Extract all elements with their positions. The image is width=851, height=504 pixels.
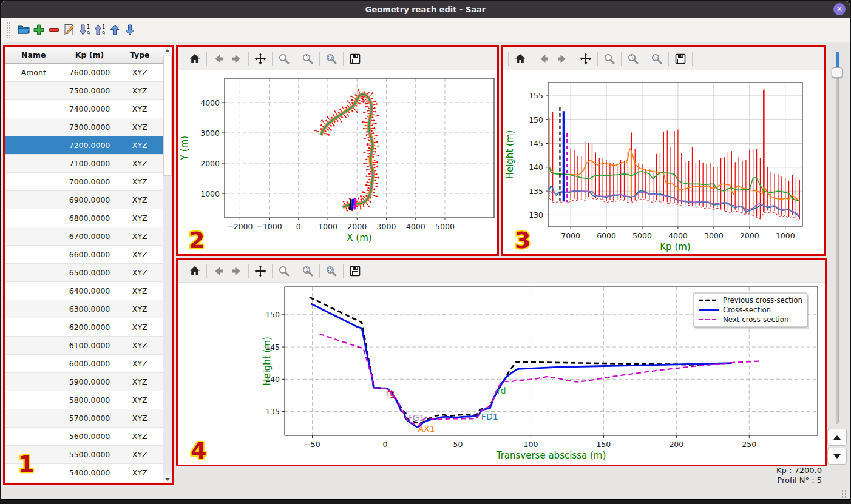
table-cell[interactable]: XYZ bbox=[117, 372, 163, 391]
table-cell[interactable] bbox=[5, 227, 63, 245]
table-cell[interactable]: XYZ bbox=[117, 136, 163, 154]
column-header-name[interactable]: Name bbox=[5, 47, 63, 63]
scrollbar-thumb[interactable] bbox=[163, 56, 172, 176]
table-row[interactable]: 6000.0000XYZ bbox=[5, 354, 163, 372]
table-cell[interactable]: 6600.0000 bbox=[63, 245, 117, 263]
table-cell[interactable] bbox=[5, 300, 63, 318]
zoom-selection-button[interactable] bbox=[322, 50, 341, 68]
zoom-button[interactable] bbox=[275, 50, 293, 68]
table-cell[interactable]: 6000.0000 bbox=[63, 354, 117, 372]
table-cell[interactable] bbox=[5, 245, 63, 263]
table-cell[interactable]: 6200.0000 bbox=[63, 318, 117, 336]
table-cell[interactable]: XYZ bbox=[117, 172, 163, 190]
table-row[interactable]: 5700.0000XYZ bbox=[5, 409, 163, 427]
table-cell[interactable]: XYZ bbox=[117, 118, 163, 136]
table-cell[interactable]: XYZ bbox=[117, 281, 163, 300]
zoom-button[interactable] bbox=[600, 50, 619, 68]
forward-button[interactable] bbox=[228, 50, 246, 68]
table-cell[interactable]: 5800.0000 bbox=[63, 391, 117, 409]
table-cell[interactable] bbox=[5, 118, 63, 136]
table-cell[interactable] bbox=[5, 354, 63, 372]
slider-handle[interactable] bbox=[832, 67, 843, 78]
table-row[interactable]: 6700.0000XYZ bbox=[5, 227, 163, 245]
table-cell[interactable]: Amont bbox=[5, 63, 63, 81]
back-button[interactable] bbox=[209, 262, 228, 280]
sort-ascending-button[interactable]: 19 bbox=[76, 21, 92, 39]
pan-button[interactable] bbox=[251, 262, 270, 280]
table-cell[interactable]: 7200.0000 bbox=[63, 136, 117, 154]
table-row[interactable]: 6600.0000XYZ bbox=[5, 245, 163, 263]
table-cell[interactable] bbox=[5, 81, 63, 99]
move-down-button[interactable] bbox=[122, 21, 137, 39]
table-cell[interactable]: 5600.0000 bbox=[63, 427, 117, 445]
table-cell[interactable]: 7400.0000 bbox=[63, 99, 117, 118]
table-cell[interactable] bbox=[5, 318, 63, 336]
table-cell[interactable]: 5900.0000 bbox=[63, 372, 117, 391]
table-cell[interactable]: XYZ bbox=[117, 427, 163, 445]
table-cell[interactable] bbox=[5, 281, 63, 300]
table-row[interactable]: 5800.0000XYZ bbox=[5, 391, 163, 409]
table-cell[interactable]: 7500.0000 bbox=[63, 81, 117, 99]
table-cell[interactable] bbox=[5, 391, 63, 409]
remove-row-button[interactable] bbox=[46, 21, 61, 39]
profile-canvas[interactable]: 7000600050004000300020001000130135140145… bbox=[503, 70, 824, 254]
forward-button[interactable] bbox=[553, 50, 571, 68]
table-cell[interactable]: XYZ bbox=[117, 391, 163, 409]
table-cell[interactable]: 7000.0000 bbox=[63, 172, 117, 190]
table-cell[interactable]: 7300.0000 bbox=[63, 118, 117, 136]
table-cell[interactable]: 5500.0000 bbox=[63, 445, 117, 463]
table-cell[interactable]: 6500.0000 bbox=[63, 263, 117, 281]
table-row[interactable]: 7200.0000XYZ bbox=[5, 136, 163, 154]
edit-button[interactable] bbox=[61, 21, 76, 39]
table-row[interactable]: 6900.0000XYZ bbox=[5, 190, 163, 209]
table-cell[interactable]: 6300.0000 bbox=[63, 300, 117, 318]
zoom-selection-button[interactable] bbox=[322, 262, 341, 280]
home-button[interactable] bbox=[186, 262, 204, 280]
table-cell[interactable] bbox=[5, 463, 63, 482]
back-button[interactable] bbox=[209, 50, 228, 68]
toolbar-drag-handle[interactable] bbox=[6, 22, 11, 38]
table-row[interactable]: 6800.0000XYZ bbox=[5, 209, 163, 227]
forward-button[interactable] bbox=[228, 262, 246, 280]
home-button[interactable] bbox=[186, 50, 204, 68]
table-cell[interactable]: XYZ bbox=[117, 63, 163, 81]
table-cell[interactable]: XYZ bbox=[117, 263, 163, 281]
table-cell[interactable]: 6700.0000 bbox=[63, 227, 117, 245]
table-cell[interactable]: 6100.0000 bbox=[63, 336, 117, 354]
table-cell[interactable]: XYZ bbox=[117, 81, 163, 99]
table-row[interactable]: 7400.0000XYZ bbox=[5, 99, 163, 118]
zoom-button[interactable] bbox=[275, 262, 293, 280]
back-button[interactable] bbox=[535, 50, 553, 68]
table-row[interactable]: 6400.0000XYZ bbox=[5, 281, 163, 300]
table-row[interactable]: 5900.0000XYZ bbox=[5, 372, 163, 391]
table-cell[interactable]: XYZ bbox=[117, 300, 163, 318]
table-cell[interactable]: XYZ bbox=[117, 245, 163, 263]
table-cell[interactable] bbox=[5, 190, 63, 209]
scroll-up-button[interactable] bbox=[163, 47, 172, 55]
table-cell[interactable] bbox=[5, 172, 63, 190]
table-cell[interactable] bbox=[5, 372, 63, 391]
pan-button[interactable] bbox=[577, 50, 595, 68]
table-row[interactable]: 7100.0000XYZ bbox=[5, 154, 163, 172]
table-cell[interactable] bbox=[5, 336, 63, 354]
table-cell[interactable] bbox=[5, 427, 63, 445]
table-row[interactable]: 7500.0000XYZ bbox=[5, 81, 163, 99]
table-cell[interactable]: XYZ bbox=[117, 354, 163, 372]
table-cell[interactable]: XYZ bbox=[117, 409, 163, 427]
table-row[interactable]: 5500.0000XYZ bbox=[5, 445, 163, 463]
save-figure-button[interactable] bbox=[346, 262, 364, 280]
table-cell[interactable] bbox=[5, 409, 63, 427]
sort-descending-button[interactable]: 19 bbox=[92, 21, 107, 39]
profile-down-button[interactable] bbox=[827, 448, 847, 465]
table-cell[interactable]: 5400.0000 bbox=[63, 463, 117, 482]
table-cell[interactable]: XYZ bbox=[117, 482, 163, 483]
table-cell[interactable]: XYZ bbox=[117, 190, 163, 209]
add-row-button[interactable] bbox=[31, 21, 46, 39]
table-cell[interactable]: 6400.0000 bbox=[63, 281, 117, 300]
titlebar[interactable]: Geometry reach edit - Saar ✕ bbox=[1, 1, 850, 18]
save-figure-button[interactable] bbox=[346, 50, 364, 68]
table-scrollbar[interactable] bbox=[163, 47, 172, 483]
table-cell[interactable] bbox=[5, 445, 63, 463]
save-figure-button[interactable] bbox=[671, 50, 690, 68]
close-button[interactable]: ✕ bbox=[833, 3, 846, 15]
